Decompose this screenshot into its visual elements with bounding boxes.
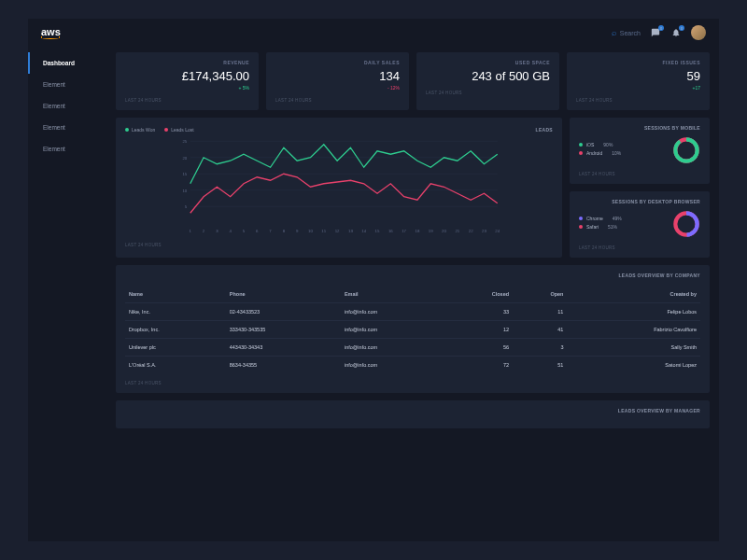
svg-text:10: 10 — [308, 229, 313, 233]
chart-legend: Leads Won Leads Lost — [125, 127, 194, 133]
stat-used-space: USED SPACE 243 of 500 GB LAST 24 HOURS — [416, 52, 559, 110]
svg-text:6: 6 — [256, 229, 259, 233]
svg-text:18: 18 — [415, 229, 419, 233]
header: aws ⌕ Search 0 0 — [28, 19, 719, 47]
table-row[interactable]: Unilever plc443430-34343info@info.com563… — [125, 339, 700, 357]
leads-manager-card: LEADS OVERVIEW BY MANAGER — [116, 400, 710, 428]
nav-element-1[interactable]: Element — [28, 74, 112, 95]
svg-text:17: 17 — [402, 229, 406, 233]
main-content: REVENUE £174,345.00 + 5% LAST 24 HOURS D… — [112, 47, 719, 541]
svg-text:4: 4 — [229, 229, 232, 233]
nav-element-3[interactable]: Element — [28, 117, 112, 138]
svg-text:23: 23 — [482, 229, 486, 233]
table-header: Phone — [226, 286, 341, 303]
stat-revenue: REVENUE £174,345.00 + 5% LAST 24 HOURS — [116, 52, 259, 110]
nav-dashboard[interactable]: Dashboard — [28, 52, 112, 74]
svg-text:8: 8 — [283, 229, 286, 233]
table-header: Created by — [567, 286, 700, 303]
svg-text:5: 5 — [243, 229, 246, 233]
nav-element-2[interactable]: Element — [28, 95, 112, 117]
svg-text:25: 25 — [182, 139, 187, 144]
search[interactable]: ⌕ Search — [612, 28, 641, 37]
svg-text:9: 9 — [296, 229, 299, 233]
table-header: Open — [513, 286, 567, 303]
svg-text:2: 2 — [203, 229, 205, 233]
svg-text:22: 22 — [469, 229, 473, 233]
table-row[interactable]: Nike, Inc.02-43433523info@info.com3311Fe… — [125, 303, 700, 321]
donut-mobile — [672, 136, 700, 164]
svg-point-35 — [675, 139, 697, 161]
stat-fixed-issues: FIXED ISSUES 59 +17 LAST 24 HOURS — [567, 52, 710, 110]
svg-text:13: 13 — [348, 229, 353, 233]
svg-text:5: 5 — [185, 204, 188, 209]
svg-text:14: 14 — [361, 229, 366, 233]
donut-browser — [672, 210, 700, 238]
messages-badge: 0 — [658, 25, 664, 31]
table-row[interactable]: Dropbox, Inc.333430-343535info@info.com1… — [125, 321, 700, 339]
leads-table-card: LEADS OVERVIEW BY COMPANY NamePhoneEmail… — [116, 265, 710, 393]
nav-element-4[interactable]: Element — [28, 138, 112, 160]
table-header: Closed — [447, 286, 513, 303]
svg-text:20: 20 — [442, 229, 446, 233]
search-icon: ⌕ — [612, 28, 616, 37]
svg-text:7: 7 — [269, 229, 272, 233]
logo: aws — [41, 26, 61, 39]
table-row[interactable]: L'Oréal S.A.8634-34355info@info.com7251S… — [125, 357, 700, 374]
svg-text:12: 12 — [335, 229, 340, 233]
table-header: Email — [341, 286, 447, 303]
leads-chart-card: Leads Won Leads Lost LEADS 5101520251234… — [116, 118, 562, 258]
notifications-icon[interactable]: 0 — [670, 27, 682, 38]
svg-text:16: 16 — [388, 229, 393, 233]
svg-text:10: 10 — [182, 189, 187, 193]
leads-line-chart: 5101520251234567891011121314151617181920… — [125, 136, 553, 234]
svg-text:15: 15 — [182, 172, 187, 176]
svg-text:24: 24 — [495, 229, 500, 233]
messages-icon[interactable]: 0 — [650, 27, 661, 38]
sessions-mobile-card: SESSIONS BY MOBILE iOS90% Android10% — [570, 118, 710, 184]
notifications-badge: 0 — [679, 25, 684, 31]
svg-text:21: 21 — [455, 229, 459, 233]
search-input[interactable]: Search — [620, 30, 641, 36]
stat-daily-sales: DAILY SALES 134 - 12% LAST 24 HOURS — [266, 52, 409, 110]
avatar[interactable] — [691, 25, 706, 40]
leads-table: NamePhoneEmailClosedOpenCreated by Nike,… — [125, 286, 700, 373]
svg-text:15: 15 — [375, 229, 380, 233]
svg-text:20: 20 — [182, 156, 187, 161]
sessions-browser-card: SESSIONS BY DESKTOP BROWSER Chrome49% Sa… — [570, 191, 710, 258]
table-header: Name — [125, 286, 226, 303]
svg-text:19: 19 — [429, 229, 433, 233]
svg-text:11: 11 — [321, 229, 326, 233]
svg-text:3: 3 — [216, 229, 218, 233]
sidebar: Dashboard Element Element Element Elemen… — [28, 47, 112, 541]
svg-text:1: 1 — [190, 229, 192, 233]
